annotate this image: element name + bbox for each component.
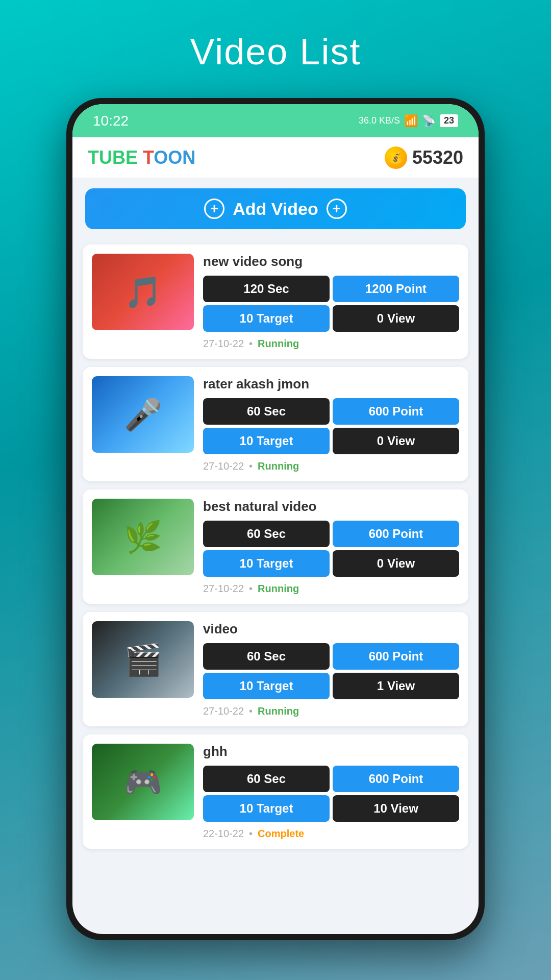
- video-meta: 27-10-22 • Running: [203, 460, 459, 472]
- video-meta: 27-10-22 • Running: [203, 583, 459, 595]
- video-card[interactable]: 🎤 rater akash jmon 60 Sec 600 Point 10 T…: [83, 367, 468, 481]
- status-bar: 10:22 36.0 KB/S 📶 📡 23: [72, 104, 479, 137]
- app-header: TUBE TOON 💰 55320: [72, 137, 479, 178]
- meta-dot: •: [249, 338, 253, 350]
- stats-grid: 60 Sec 600 Point 10 Target 0 View: [203, 398, 459, 454]
- video-status: Running: [258, 338, 299, 350]
- app-logo: TUBE TOON: [88, 147, 195, 168]
- video-info: ghh 60 Sec 600 Point 10 Target 10 View 2…: [203, 744, 459, 840]
- plus-right-icon: +: [327, 199, 347, 219]
- view-box: 10 View: [333, 795, 459, 822]
- thumb-emoji: 🎬: [92, 621, 194, 698]
- point-box: 600 Point: [333, 521, 459, 547]
- video-status: Running: [258, 705, 299, 717]
- video-card[interactable]: 🌿 best natural video 60 Sec 600 Point 10…: [83, 489, 468, 604]
- thumb-emoji: 🎮: [92, 744, 194, 820]
- view-box: 0 View: [333, 428, 459, 454]
- battery-icon: 23: [440, 114, 458, 127]
- video-list: 🎵 new video song 120 Sec 1200 Point 10 T…: [72, 239, 479, 934]
- signal-icon: 📡: [422, 114, 436, 128]
- meta-dot: •: [249, 828, 253, 840]
- stats-grid: 60 Sec 600 Point 10 Target 1 View: [203, 643, 459, 699]
- target-box: 10 Target: [203, 550, 330, 577]
- video-title: best natural video: [203, 499, 459, 514]
- stats-grid: 120 Sec 1200 Point 10 Target 0 View: [203, 276, 459, 332]
- point-box: 600 Point: [333, 766, 459, 792]
- sec-box: 60 Sec: [203, 766, 330, 792]
- logo-tube: TUBE: [88, 147, 143, 168]
- coin-icon: 💰: [385, 146, 407, 169]
- video-thumbnail: 🎮: [92, 744, 194, 820]
- video-info: rater akash jmon 60 Sec 600 Point 10 Tar…: [203, 376, 459, 472]
- coin-area: 💰 55320: [385, 146, 463, 169]
- video-thumbnail: 🎬: [92, 621, 194, 698]
- meta-dot: •: [249, 460, 253, 472]
- video-card[interactable]: 🎬 video 60 Sec 600 Point 10 Target 1 Vie…: [83, 612, 468, 726]
- status-icons: 36.0 KB/S 📶 📡 23: [359, 114, 458, 128]
- video-thumbnail: 🎵: [92, 254, 194, 330]
- add-video-button[interactable]: + Add Video +: [85, 188, 466, 229]
- view-box: 1 View: [333, 673, 459, 699]
- meta-dot: •: [249, 705, 253, 717]
- video-info: new video song 120 Sec 1200 Point 10 Tar…: [203, 254, 459, 350]
- target-box: 10 Target: [203, 673, 330, 699]
- coin-value: 55320: [412, 147, 463, 168]
- logo-t: T: [143, 147, 154, 168]
- video-card[interactable]: 🎵 new video song 120 Sec 1200 Point 10 T…: [83, 244, 468, 359]
- point-box: 1200 Point: [333, 276, 459, 302]
- video-meta: 27-10-22 • Running: [203, 705, 459, 717]
- video-info: video 60 Sec 600 Point 10 Target 1 View …: [203, 621, 459, 717]
- page-title: Video List: [190, 31, 361, 72]
- video-thumbnail: 🌿: [92, 499, 194, 575]
- status-time: 10:22: [93, 113, 129, 129]
- point-box: 600 Point: [333, 643, 459, 670]
- plus-left-icon: +: [204, 199, 224, 219]
- video-date: 22-10-22: [203, 828, 244, 840]
- add-video-label: Add Video: [233, 199, 318, 219]
- network-speed: 36.0 KB/S: [359, 115, 400, 126]
- video-date: 27-10-22: [203, 338, 244, 350]
- sec-box: 60 Sec: [203, 398, 330, 425]
- video-title: rater akash jmon: [203, 376, 459, 392]
- video-title: ghh: [203, 744, 459, 760]
- video-meta: 22-10-22 • Complete: [203, 828, 459, 840]
- video-date: 27-10-22: [203, 583, 244, 595]
- point-box: 600 Point: [333, 398, 459, 425]
- video-meta: 27-10-22 • Running: [203, 338, 459, 350]
- video-info: best natural video 60 Sec 600 Point 10 T…: [203, 499, 459, 595]
- video-title: new video song: [203, 254, 459, 270]
- thumb-emoji: 🎵: [92, 254, 194, 330]
- video-card[interactable]: 🎮 ghh 60 Sec 600 Point 10 Target 10 View…: [83, 734, 468, 849]
- target-box: 10 Target: [203, 428, 330, 454]
- view-box: 0 View: [333, 305, 459, 332]
- video-status: Complete: [258, 828, 304, 840]
- video-date: 27-10-22: [203, 460, 244, 472]
- phone-frame: 10:22 36.0 KB/S 📶 📡 23 TUBE TOON 💰 55320…: [66, 98, 485, 940]
- logo-oon: OON: [154, 147, 195, 168]
- sec-box: 60 Sec: [203, 521, 330, 547]
- sec-box: 60 Sec: [203, 643, 330, 670]
- video-title: video: [203, 621, 459, 637]
- target-box: 10 Target: [203, 795, 330, 822]
- phone-screen: 10:22 36.0 KB/S 📶 📡 23 TUBE TOON 💰 55320…: [72, 104, 479, 934]
- target-box: 10 Target: [203, 305, 330, 332]
- view-box: 0 View: [333, 550, 459, 577]
- stats-grid: 60 Sec 600 Point 10 Target 10 View: [203, 766, 459, 822]
- sec-box: 120 Sec: [203, 276, 330, 302]
- thumb-emoji: 🎤: [92, 376, 194, 453]
- wifi-icon: 📶: [404, 114, 418, 128]
- video-date: 27-10-22: [203, 705, 244, 717]
- stats-grid: 60 Sec 600 Point 10 Target 0 View: [203, 521, 459, 577]
- thumb-emoji: 🌿: [92, 499, 194, 575]
- video-status: Running: [258, 460, 299, 472]
- video-status: Running: [258, 583, 299, 595]
- video-thumbnail: 🎤: [92, 376, 194, 453]
- meta-dot: •: [249, 583, 253, 595]
